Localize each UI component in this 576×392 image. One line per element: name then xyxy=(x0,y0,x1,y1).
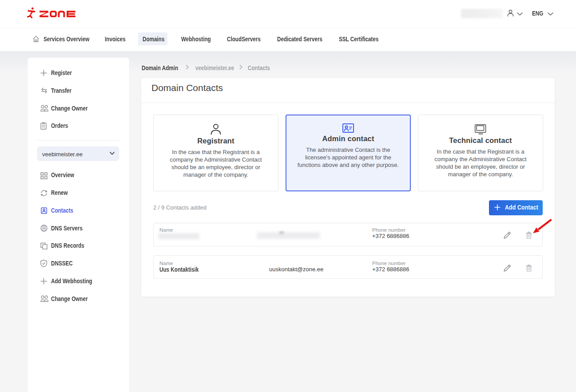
svg-text:DNS: DNS xyxy=(42,227,46,230)
